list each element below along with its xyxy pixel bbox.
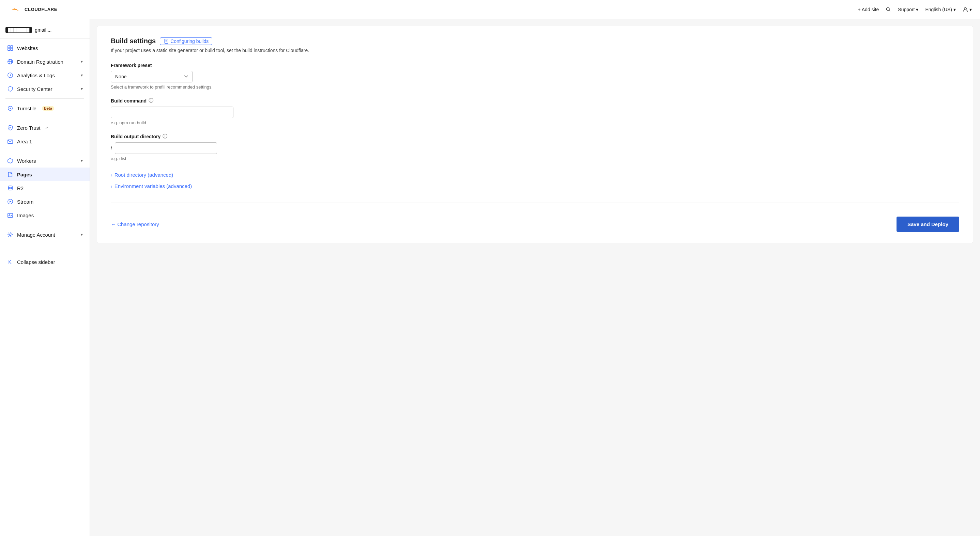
- sidebar-item-workers[interactable]: Workers ▾: [0, 154, 90, 168]
- svg-marker-13: [8, 159, 13, 163]
- change-repository-button[interactable]: ← Change repository: [111, 221, 159, 227]
- account-badge: ████████: [5, 27, 32, 33]
- sidebar-item-label: Analytics & Logs: [17, 73, 55, 78]
- save-deploy-label: Save and Deploy: [907, 221, 948, 227]
- build-output-directory-input[interactable]: [115, 142, 217, 154]
- user-menu-button[interactable]: ▾: [963, 7, 972, 12]
- section-header: Build settings Configuring builds: [111, 37, 959, 45]
- document-icon: [164, 38, 169, 44]
- sidebar-item-turnstile[interactable]: Turnstile Beta: [0, 101, 90, 115]
- sidebar-item-security-center[interactable]: Security Center ▾: [0, 82, 90, 96]
- search-icon: [886, 7, 891, 12]
- sidebar-item-stream[interactable]: Stream: [0, 195, 90, 208]
- framework-preset-hint: Select a framework to prefill recommende…: [111, 84, 959, 90]
- build-command-label: Build command ⓘ: [111, 98, 959, 104]
- build-command-group: Build command ⓘ e.g. npm run build: [111, 98, 959, 125]
- framework-preset-group: Framework preset None React Vue Angular …: [111, 63, 959, 90]
- build-output-directory-label: Build output directory ⓘ: [111, 133, 959, 140]
- svg-point-14: [8, 186, 13, 188]
- root-directory-expandable[interactable]: › Root directory (advanced): [111, 169, 959, 181]
- pages-icon: [7, 171, 14, 178]
- sidebar-item-domain-registration[interactable]: Domain Registration ▾: [0, 55, 90, 68]
- section-divider: [111, 203, 959, 203]
- sidebar-item-r2[interactable]: R2: [0, 181, 90, 195]
- sidebar-item-manage-account[interactable]: Manage Account ▾: [0, 228, 90, 241]
- svg-point-1: [964, 8, 966, 10]
- svg-point-0: [887, 8, 890, 11]
- output-dir-prefix: /: [111, 146, 112, 151]
- external-link-icon: ↗: [45, 126, 48, 130]
- sidebar-item-pages[interactable]: Pages: [0, 168, 90, 181]
- build-command-info-icon: ⓘ: [149, 98, 153, 104]
- settings-icon: [7, 231, 14, 238]
- env-variables-expandable[interactable]: › Environment variables (advanced): [111, 181, 959, 192]
- framework-preset-select[interactable]: None React Vue Angular Next.js Nuxt.js G…: [111, 71, 192, 82]
- images-icon: [7, 212, 14, 219]
- svg-rect-5: [11, 48, 13, 51]
- stream-icon: [7, 198, 14, 205]
- root-directory-label: Root directory (advanced): [115, 172, 173, 178]
- workers-icon: [7, 157, 14, 164]
- sidebar-item-label: Workers: [17, 158, 36, 164]
- sidebar-item-analytics-logs[interactable]: Analytics & Logs ▾: [0, 68, 90, 82]
- account-email: gmail....: [35, 27, 51, 33]
- output-dir-row: /: [111, 142, 959, 154]
- main-content: Build settings Configuring builds If you…: [90, 19, 980, 536]
- logo-text: CLOUDFLARE: [24, 7, 57, 12]
- build-command-input[interactable]: [111, 106, 234, 118]
- sidebar-item-label: Pages: [17, 171, 32, 178]
- svg-marker-19: [10, 201, 11, 202]
- sidebar-divider: [5, 225, 84, 225]
- save-and-deploy-button[interactable]: Save and Deploy: [897, 217, 959, 232]
- language-button[interactable]: English (US) ▾: [925, 7, 956, 12]
- add-site-button[interactable]: + Add site: [858, 7, 879, 12]
- sidebar-item-label: Zero Trust: [17, 125, 40, 131]
- sidebar-divider: [5, 118, 84, 118]
- app-layout: ████████ gmail.... Websites Domain Regis…: [0, 19, 980, 536]
- chevron-icon: ▾: [81, 59, 83, 64]
- support-button[interactable]: Support ▾: [898, 7, 918, 12]
- sidebar: ████████ gmail.... Websites Domain Regis…: [0, 19, 90, 536]
- content-card: Build settings Configuring builds If you…: [97, 26, 973, 243]
- form-actions: ← Change repository Save and Deploy: [111, 214, 959, 232]
- framework-preset-label: Framework preset: [111, 63, 959, 68]
- build-output-directory-group: Build output directory ⓘ / e.g. dist: [111, 133, 959, 161]
- sidebar-item-label: Images: [17, 212, 34, 218]
- configuring-builds-link[interactable]: Configuring builds: [160, 38, 212, 45]
- svg-point-11: [10, 108, 11, 109]
- zero-trust-icon: [7, 124, 14, 131]
- cloudflare-logo-icon: [8, 5, 22, 14]
- sidebar-divider: [5, 98, 84, 99]
- sidebar-item-label: Stream: [17, 199, 33, 205]
- svg-point-22: [9, 234, 11, 235]
- change-repo-label: ← Change repository: [111, 221, 159, 227]
- logo[interactable]: CLOUDFLARE: [8, 5, 57, 14]
- sidebar-item-area1[interactable]: Area 1: [0, 135, 90, 148]
- sidebar-item-zero-trust[interactable]: Zero Trust ↗: [0, 121, 90, 135]
- sidebar-divider: [5, 151, 84, 151]
- build-command-hint: e.g. npm run build: [111, 120, 959, 125]
- search-button[interactable]: [886, 7, 891, 12]
- svg-point-17: [8, 188, 13, 190]
- chart-icon: [7, 72, 14, 79]
- sidebar-account: ████████ gmail....: [0, 24, 90, 38]
- nav-right: + Add site Support ▾ English (US) ▾ ▾: [858, 7, 972, 12]
- turnstile-icon: [7, 105, 14, 112]
- beta-badge: Beta: [42, 106, 54, 111]
- env-variables-label: Environment variables (advanced): [115, 183, 192, 189]
- svg-rect-4: [8, 48, 10, 51]
- sidebar-item-label: Websites: [17, 45, 38, 51]
- chevron-right-icon: ›: [111, 184, 113, 189]
- sidebar-item-label: Security Center: [17, 86, 52, 92]
- sidebar-item-websites[interactable]: Websites: [0, 41, 90, 55]
- grid-icon: [7, 44, 14, 51]
- globe-icon: [7, 58, 14, 65]
- chevron-icon: ▾: [81, 159, 83, 163]
- r2-icon: [7, 185, 14, 191]
- sidebar-item-images[interactable]: Images: [0, 208, 90, 222]
- chevron-right-icon: ›: [111, 172, 113, 178]
- sidebar-item-label: Manage Account: [17, 232, 55, 238]
- collapse-sidebar-button[interactable]: Collapse sidebar: [0, 255, 90, 269]
- chevron-icon: ▾: [81, 232, 83, 237]
- collapse-icon: [7, 258, 14, 265]
